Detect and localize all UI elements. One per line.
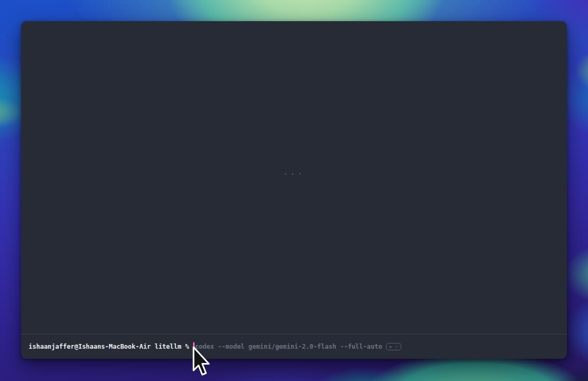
loading-dots-indicator: ···: [21, 169, 567, 179]
autosuggestion-command: codex --model gemini/gemini-2.0-flash --…: [195, 343, 382, 350]
terminal-scrollback[interactable]: ···: [21, 21, 567, 334]
desktop: ··· ishaanjaffer@Ishaans-MacBook-Air lit…: [0, 0, 588, 381]
terminal-window[interactable]: ··· ishaanjaffer@Ishaans-MacBook-Air lit…: [21, 21, 567, 359]
accept-suggestion-hint-badge: → ·: [386, 343, 401, 350]
shell-prompt: ishaanjaffer@Ishaans-MacBook-Air litellm…: [29, 343, 193, 350]
terminal-input-line[interactable]: ishaanjaffer@Ishaans-MacBook-Air litellm…: [21, 334, 567, 359]
text-cursor: [193, 342, 195, 350]
